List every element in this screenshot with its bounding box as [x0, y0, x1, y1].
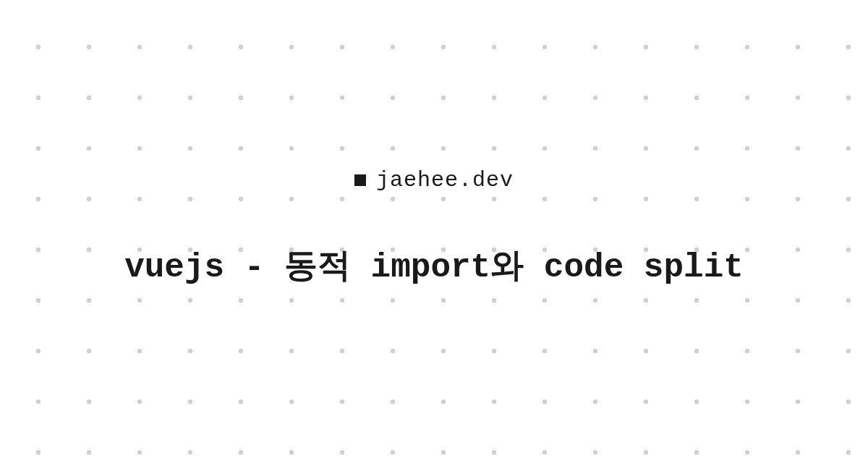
site-header-row: jaehee.dev — [354, 168, 514, 193]
og-card-content: jaehee.dev vuejs - 동적 import와 code split — [124, 168, 744, 288]
post-title: vuejs - 동적 import와 code split — [124, 243, 744, 288]
square-bullet-icon — [354, 174, 366, 186]
site-name: jaehee.dev — [376, 168, 514, 193]
